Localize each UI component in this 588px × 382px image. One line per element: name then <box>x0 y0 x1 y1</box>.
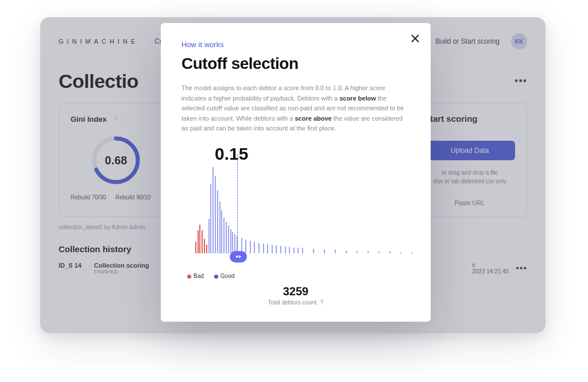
chart-bar <box>221 210 222 253</box>
chart-bar <box>210 184 211 253</box>
cutoff-distribution-chart: ◂▸ <box>181 167 410 271</box>
chart-bar <box>378 252 380 253</box>
help-icon[interactable]: ? <box>320 299 324 306</box>
chart-bar <box>324 249 325 253</box>
chart-bar <box>228 226 229 253</box>
chart-bar <box>230 229 231 253</box>
cutoff-slider-handle[interactable]: ◂▸ <box>230 251 247 263</box>
chart-bar <box>217 190 218 253</box>
cutoff-line <box>237 155 238 253</box>
chart-bar <box>276 245 277 253</box>
chart-bar <box>297 248 299 253</box>
chart-bar <box>389 252 390 253</box>
modal-description: The model assigns to each debtor a score… <box>181 83 410 134</box>
chart-bar <box>289 247 290 253</box>
chart-bar <box>208 219 210 253</box>
how-it-works-link[interactable]: How it works <box>181 40 410 49</box>
chart-bar <box>232 232 233 253</box>
modal-title: Cutoff selection <box>181 55 410 73</box>
close-icon[interactable] <box>410 33 420 46</box>
cutoff-value: 0.15 <box>215 144 410 164</box>
chart-bar <box>245 240 246 253</box>
total-debtors-count: 3259 <box>181 285 410 298</box>
chart-bar <box>411 252 412 253</box>
chart-bar <box>313 249 314 253</box>
chart-bar <box>272 245 273 253</box>
chart-bar <box>285 246 286 253</box>
chart-bar <box>226 222 227 253</box>
chart-bar <box>335 250 336 253</box>
chart-bar <box>357 251 358 253</box>
chart-bar <box>368 251 369 253</box>
chart-bar <box>346 250 347 253</box>
chart-legend: Bad Good <box>187 273 410 279</box>
chart-bar <box>204 239 205 253</box>
chart-bar <box>202 230 203 253</box>
chart-bar <box>195 242 196 253</box>
chart-bar <box>212 167 214 253</box>
chart-bar <box>254 242 255 253</box>
chart-bar <box>293 248 295 253</box>
legend-good: Good <box>214 273 234 279</box>
chart-bar <box>400 252 401 253</box>
chart-bar <box>302 248 303 253</box>
chart-bar <box>223 218 225 253</box>
chart-bar <box>219 202 220 253</box>
chart-bar <box>250 241 251 253</box>
chart-bar <box>199 225 200 253</box>
cutoff-modal: How it works Cutoff selection The model … <box>161 23 431 322</box>
total-debtors-label: Total debtors count:? <box>181 299 410 306</box>
chart-bar <box>206 245 207 253</box>
chart-bar <box>198 230 199 253</box>
chart-bar <box>263 244 264 253</box>
chart-bar <box>215 176 216 253</box>
legend-bad: Bad <box>187 273 204 279</box>
chart-bar <box>258 243 260 253</box>
chart-bar <box>267 244 268 253</box>
chart-bar <box>280 246 281 253</box>
